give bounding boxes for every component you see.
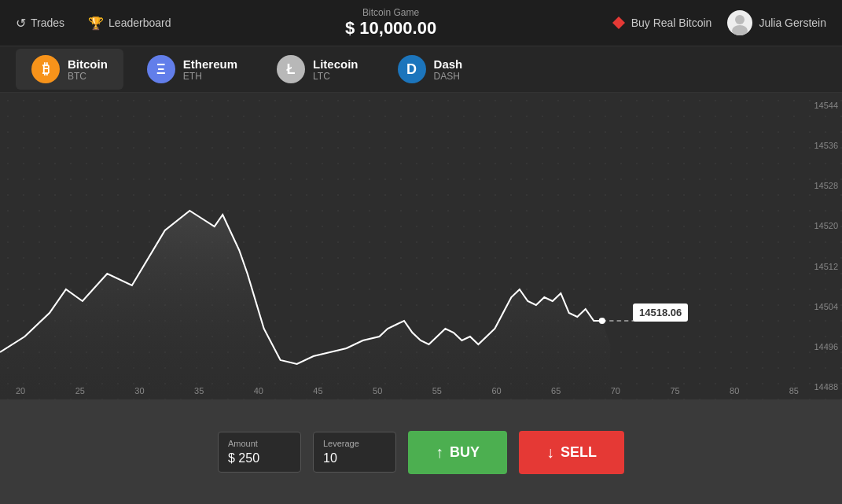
x-label-2: 25 — [75, 386, 85, 395]
amount-label: Amount — [228, 439, 291, 448]
buy-label: BUY — [450, 444, 480, 461]
dash-name: Dash — [434, 57, 463, 71]
buy-bitcoin-button[interactable]: Buy Real Bitcoin — [611, 15, 712, 31]
ltc-icon: Ł — [277, 55, 305, 83]
x-label-11: 70 — [611, 386, 620, 395]
x-label-5: 40 — [254, 386, 263, 395]
nav-left: ↺ Trades 🏆 Leaderboard — [16, 16, 171, 31]
price-chart — [0, 93, 842, 399]
avatar — [727, 10, 752, 35]
svg-point-5 — [599, 318, 605, 324]
chart-area: 14518.06 14544 14536 14528 14520 14512 1… — [0, 93, 842, 399]
amount-input-group[interactable]: Amount — [218, 432, 301, 473]
svg-point-1 — [735, 15, 745, 24]
y-label-3: 14528 — [807, 181, 838, 190]
trophy-icon: 🏆 — [88, 16, 104, 31]
svg-marker-0 — [612, 17, 625, 29]
x-axis: 20 25 30 35 40 45 50 55 60 65 70 75 80 8… — [16, 386, 799, 395]
diamond-icon — [611, 15, 627, 31]
sell-button[interactable]: SELL — [519, 431, 624, 474]
history-icon: ↺ — [16, 16, 26, 31]
trades-label: Trades — [31, 17, 64, 29]
trades-nav-item[interactable]: ↺ Trades — [16, 16, 64, 31]
user-profile[interactable]: Julia Gerstein — [727, 10, 826, 35]
game-amount: $ 10,000.00 — [345, 18, 436, 39]
leverage-input[interactable] — [323, 451, 386, 465]
leaderboard-label: Leaderboard — [108, 17, 171, 29]
x-label-4: 35 — [194, 386, 204, 395]
leaderboard-nav-item[interactable]: 🏆 Leaderboard — [88, 16, 171, 31]
arrow-down-icon — [546, 443, 554, 462]
tab-dash[interactable]: D Dash DASH — [382, 49, 484, 90]
avatar-icon — [727, 10, 752, 35]
btc-symbol: BTC — [68, 71, 108, 82]
buy-button[interactable]: BUY — [408, 431, 507, 474]
eth-name: Ethereum — [183, 57, 237, 71]
price-tooltip: 14518.06 — [633, 304, 688, 322]
x-label-3: 30 — [134, 386, 144, 395]
x-label-14: 85 — [789, 386, 799, 395]
amount-input[interactable] — [228, 451, 291, 465]
x-label-8: 55 — [432, 386, 442, 395]
nav-right: Buy Real Bitcoin Julia Gerstein — [611, 10, 826, 35]
crypto-tabs: ₿ Bitcoin BTC Ξ Ethereum ETH Ł Litecoin … — [0, 46, 842, 93]
y-axis: 14544 14536 14528 14520 14512 14504 1449… — [803, 93, 842, 399]
btc-icon: ₿ — [31, 55, 60, 83]
game-label: Bitcoin Game — [345, 7, 436, 18]
x-label-13: 80 — [730, 386, 739, 395]
ltc-name: Litecoin — [313, 57, 358, 71]
x-label-12: 75 — [670, 386, 679, 395]
leverage-label: Leverage — [323, 439, 386, 448]
y-label-6: 14504 — [807, 302, 838, 311]
svg-marker-3 — [0, 211, 610, 399]
eth-symbol: ETH — [183, 71, 237, 82]
ltc-symbol: LTC — [313, 71, 358, 82]
top-nav: ↺ Trades 🏆 Leaderboard Bitcoin Game $ 10… — [0, 0, 842, 46]
x-label-10: 65 — [551, 386, 561, 395]
buy-bitcoin-label: Buy Real Bitcoin — [631, 17, 712, 29]
arrow-up-icon — [436, 443, 443, 462]
bottom-bar: Amount Leverage BUY SELL — [0, 399, 842, 504]
sell-label: SELL — [561, 444, 597, 461]
x-label-6: 45 — [313, 386, 322, 395]
x-label-9: 60 — [491, 386, 501, 395]
eth-icon: Ξ — [147, 55, 175, 83]
user-name: Julia Gerstein — [759, 17, 826, 29]
dash-icon: D — [398, 55, 426, 83]
y-label-5: 14512 — [807, 262, 838, 271]
svg-point-2 — [732, 25, 748, 35]
y-label-1: 14544 — [807, 101, 838, 110]
tab-eth[interactable]: Ξ Ethereum ETH — [131, 49, 253, 90]
tab-ltc[interactable]: Ł Litecoin LTC — [261, 49, 374, 90]
y-label-2: 14536 — [807, 141, 838, 150]
nav-center: Bitcoin Game $ 10,000.00 — [345, 7, 436, 39]
dash-symbol: DASH — [434, 71, 463, 82]
btc-name: Bitcoin — [68, 57, 108, 71]
x-label-7: 50 — [373, 386, 382, 395]
tab-btc[interactable]: ₿ Bitcoin BTC — [16, 49, 123, 90]
y-label-4: 14520 — [807, 221, 838, 230]
y-label-8: 14488 — [807, 382, 838, 392]
x-label-1: 20 — [16, 386, 25, 395]
y-label-7: 14496 — [807, 342, 838, 351]
leverage-input-group[interactable]: Leverage — [313, 432, 396, 473]
